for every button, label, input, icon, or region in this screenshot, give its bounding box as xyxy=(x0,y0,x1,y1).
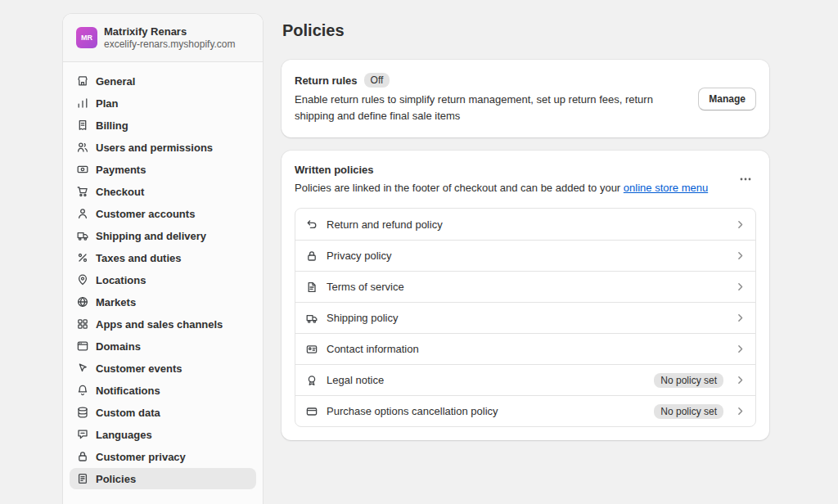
document-lines-icon xyxy=(305,281,318,294)
bell-icon xyxy=(76,384,89,397)
policy-row-contact-information[interactable]: Contact information xyxy=(295,333,755,364)
policy-row-purchase-options-cancellation[interactable]: Purchase options cancellation policy No … xyxy=(295,395,755,426)
sidebar-item-label: Billing xyxy=(96,119,128,132)
sidebar-item-label: Domains xyxy=(96,340,141,353)
policy-list: Return and refund policy Privacy policy … xyxy=(295,208,756,427)
sidebar-item-label: Apps and sales channels xyxy=(96,318,223,331)
sidebar-item-markets[interactable]: Markets xyxy=(70,291,256,313)
return-rules-status-badge: Off xyxy=(364,73,390,88)
ellipsis-icon xyxy=(739,173,752,188)
sidebar-item-plan[interactable]: Plan xyxy=(70,92,256,114)
person-icon xyxy=(76,207,89,220)
location-pin-icon xyxy=(76,273,89,286)
written-policies-description-text: Policies are linked in the footer of che… xyxy=(295,182,624,194)
sidebar-item-checkout[interactable]: Checkout xyxy=(70,181,256,202)
chevron-right-icon xyxy=(735,344,746,354)
sidebar-item-customer-events[interactable]: Customer events xyxy=(70,358,256,379)
manage-button[interactable]: Manage xyxy=(698,88,756,110)
apps-grid-icon xyxy=(76,317,89,331)
return-rules-card: Return rules Off Enable return rules to … xyxy=(282,60,769,137)
policy-row-label: Shipping policy xyxy=(327,312,727,324)
chevron-right-icon xyxy=(735,406,746,416)
sidebar-item-locations[interactable]: Locations xyxy=(70,269,256,290)
sidebar-item-label: Customer accounts xyxy=(96,208,195,220)
database-icon xyxy=(76,406,89,419)
sidebar-item-label: Payments xyxy=(96,164,146,176)
receipt-icon xyxy=(76,119,89,132)
percent-icon xyxy=(76,251,89,264)
globe-icon xyxy=(76,295,89,308)
payments-icon xyxy=(76,163,89,176)
card-icon xyxy=(305,405,318,418)
sidebar-item-label: Checkout xyxy=(96,186,144,198)
sidebar-item-label: Shipping and delivery xyxy=(96,230,206,242)
sidebar-item-customer-accounts[interactable]: Customer accounts xyxy=(70,203,256,224)
chat-bubble-icon xyxy=(76,428,89,441)
policy-row-label: Purchase options cancellation policy xyxy=(327,405,646,417)
sidebar-item-label: Custom data xyxy=(96,407,160,419)
sidebar-item-shipping-and-delivery[interactable]: Shipping and delivery xyxy=(70,225,256,246)
sidebar-item-label: Taxes and duties xyxy=(96,252,182,264)
truck-icon xyxy=(76,229,89,242)
sidebar-item-label: Customer privacy xyxy=(96,451,186,463)
no-policy-badge: No policy set xyxy=(654,404,723,419)
online-store-menu-link[interactable]: online store menu xyxy=(624,182,708,194)
sidebar-item-policies[interactable]: Policies xyxy=(70,468,256,489)
policy-row-privacy[interactable]: Privacy policy xyxy=(295,240,755,271)
sidebar-item-payments[interactable]: Payments xyxy=(70,159,256,180)
users-icon xyxy=(76,141,89,154)
settings-nav: General Plan Billing Users and permissio… xyxy=(63,62,263,498)
sidebar-item-languages[interactable]: Languages xyxy=(70,424,256,445)
policy-row-label: Terms of service xyxy=(327,281,727,293)
avatar: MR xyxy=(76,27,97,48)
cart-icon xyxy=(76,185,89,198)
sidebar-item-label: Notifications xyxy=(96,385,160,397)
sidebar-item-label: Users and permissions xyxy=(96,142,213,154)
return-rules-title: Return rules xyxy=(295,74,358,87)
account-header[interactable]: MR Matrixify Renars excelify-renars.mysh… xyxy=(63,14,263,62)
settings-sidebar: MR Matrixify Renars excelify-renars.mysh… xyxy=(62,13,264,504)
truck-icon xyxy=(305,312,318,325)
policy-row-label: Legal notice xyxy=(327,374,646,386)
sidebar-item-label: Policies xyxy=(96,473,136,485)
sidebar-item-custom-data[interactable]: Custom data xyxy=(70,402,256,423)
contact-card-icon xyxy=(305,343,318,356)
chevron-right-icon xyxy=(735,219,746,230)
more-actions-button[interactable] xyxy=(735,169,756,191)
policy-row-terms-of-service[interactable]: Terms of service xyxy=(295,271,755,302)
policy-row-return-and-refund[interactable]: Return and refund policy xyxy=(295,209,755,240)
chevron-right-icon xyxy=(735,250,746,261)
written-policies-title: Written policies xyxy=(295,164,708,176)
sidebar-item-users-and-permissions[interactable]: Users and permissions xyxy=(70,137,256,158)
sidebar-item-billing[interactable]: Billing xyxy=(70,115,256,136)
lock-icon xyxy=(76,450,89,463)
sidebar-item-label: Languages xyxy=(96,429,152,441)
chart-icon xyxy=(76,97,89,110)
account-name: Matrixify Renars xyxy=(104,25,236,38)
policy-row-legal-notice[interactable]: Legal notice No policy set xyxy=(295,364,755,395)
written-policies-description: Policies are linked in the footer of che… xyxy=(295,182,708,194)
chevron-right-icon xyxy=(735,281,746,292)
seal-icon xyxy=(305,374,318,387)
sidebar-item-label: Markets xyxy=(96,296,136,308)
policy-row-shipping[interactable]: Shipping policy xyxy=(295,302,755,333)
account-domain: excelify-renars.myshopify.com xyxy=(104,38,236,51)
sidebar-item-domains[interactable]: Domains xyxy=(70,335,256,357)
chevron-right-icon xyxy=(735,313,746,323)
chevron-right-icon xyxy=(735,375,746,385)
sidebar-item-label: Plan xyxy=(96,97,118,110)
sidebar-item-taxes-and-duties[interactable]: Taxes and duties xyxy=(70,247,256,268)
return-rules-description: Enable return rules to simplify return m… xyxy=(295,92,685,124)
lock-icon xyxy=(305,250,318,263)
sidebar-item-general[interactable]: General xyxy=(70,70,256,92)
main-content: Policies Return rules Off Enable return … xyxy=(282,21,769,440)
store-icon xyxy=(76,74,89,88)
written-policies-card: Written policies Policies are linked in … xyxy=(282,151,769,440)
sidebar-item-label: Customer events xyxy=(96,362,182,375)
document-icon xyxy=(76,472,89,485)
policy-row-label: Contact information xyxy=(327,343,727,355)
sidebar-item-apps-and-sales-channels[interactable]: Apps and sales channels xyxy=(70,313,256,335)
sidebar-item-notifications[interactable]: Notifications xyxy=(70,380,256,401)
sidebar-item-customer-privacy[interactable]: Customer privacy xyxy=(70,446,256,467)
cursor-icon xyxy=(76,362,89,375)
